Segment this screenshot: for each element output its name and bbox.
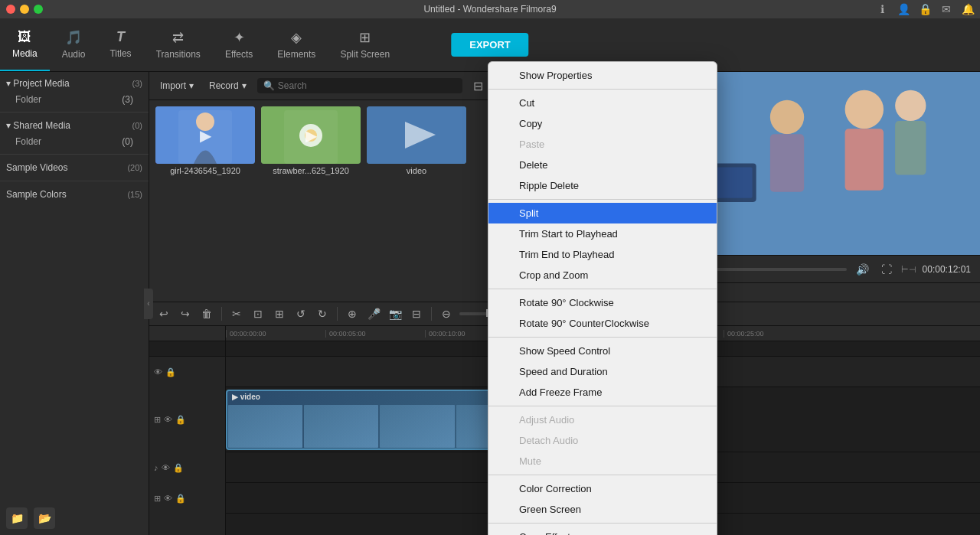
media-item-flower[interactable]: ▶ strawber...625_1920 [261,106,361,295]
ruler-label-spacer [149,326,225,341]
sidebar-collapse-button[interactable]: ‹ [144,289,153,319]
info-icon[interactable]: ℹ [876,3,888,15]
sidebar-divider-2 [0,154,149,155]
filmstrip-frame-2 [304,405,378,448]
sidebar-section-project-media: ▾ Project Media (3) Folder (3) [0,72,149,110]
tab-audio[interactable]: 🎵 Audio [50,18,98,71]
split-button[interactable]: ⊡ [250,305,266,322]
sidebar-sample-colors-label: Sample Colors [6,189,67,200]
menu-rotate-cw[interactable]: Rotate 90° Clockwise [488,292,717,313]
lock-icon[interactable]: 🔒 [919,3,931,15]
pip-button[interactable]: ⊟ [408,305,425,322]
track-icons-video-main: ⊞ 👁 🔒 [154,415,186,425]
transitions-tab-icon: ⇄ [172,29,184,46]
filter-button[interactable]: ⊟ [469,77,487,95]
person-icon[interactable]: 👤 [897,3,910,15]
marker-button[interactable]: ⊕ [344,305,361,322]
eye-icon-bottom[interactable]: 👁 [164,494,172,504]
menu-delete[interactable]: Delete [488,155,717,175]
maximize-button[interactable] [34,5,43,14]
menu-add-freeze[interactable]: Add Freeze Frame [488,382,717,403]
tab-transitions[interactable]: ⇄ Transitions [144,18,213,71]
menu-cut[interactable]: Cut [488,93,717,113]
ruler-mark-0: 00:00:00:00 [226,330,325,338]
menu-show-properties[interactable]: Show Properties [488,65,717,86]
redo2-button[interactable]: ↻ [314,305,331,322]
traffic-lights [6,5,43,14]
fullscreen-button[interactable]: ⛶ [878,262,895,277]
video-clip-title: ▶ video [232,393,260,401]
tab-effects[interactable]: ✦ Effects [213,18,265,71]
lock-icon-main[interactable]: 🔒 [175,415,186,425]
cut-button[interactable]: ✂ [228,305,245,322]
undo-button[interactable]: ↩ [155,305,172,322]
track-label-video-top: 👁 🔒 [149,357,226,387]
snapshot2-button[interactable]: 📷 [387,305,403,322]
menu-copy[interactable]: Copy [488,113,717,134]
eye-icon-audio[interactable]: 👁 [162,463,170,473]
menu-speed-duration[interactable]: Speed and Duration [488,361,717,382]
delete-clip-button[interactable]: 🗑 [198,305,215,322]
menu-ripple-delete-label: Ripple Delete [519,180,579,191]
track-label-audio: ♪ 👁 🔒 [149,452,226,483]
filmstrip-frame-3 [380,405,454,448]
sidebar-shared-media-folder[interactable]: Folder (0) [0,134,149,149]
tab-split-screen[interactable]: ⊞ Split Screen [328,18,402,71]
preview-timecode: ⊢⊣ 00:00:12:01 [901,264,971,275]
sidebar-import-button[interactable]: 📂 [34,507,55,529]
minimize-button[interactable] [20,5,29,14]
voiceover-button[interactable]: 🎤 [365,305,382,322]
mail-icon[interactable]: ✉ [940,3,952,15]
eye-icon[interactable]: 👁 [154,367,162,377]
sidebar-sample-videos-header[interactable]: Sample Videos (20) [0,159,149,176]
export-button[interactable]: EXPORT [451,33,528,57]
ruler-mark-25: 00:00:25:00 [724,330,823,338]
tab-elements[interactable]: ◈ Elements [265,18,328,71]
menu-trim-end[interactable]: Trim End to Playhead [488,244,717,265]
sidebar-shared-media-header[interactable]: ▾ Shared Media (0) [0,117,149,134]
menu-split[interactable]: Split [488,203,717,223]
sidebar-sample-colors-header[interactable]: Sample Colors (15) [0,186,149,203]
sidebar-project-folder-label: Folder [15,94,41,105]
redo-button[interactable]: ↪ [177,305,194,322]
title-bar: Untitled - Wondershare Filmora9 ℹ 👤 🔒 ✉ … [0,0,980,18]
menu-copy-effects[interactable]: Copy Effects [488,527,717,535]
eye-icon-main[interactable]: 👁 [164,415,172,425]
lock-icon-top[interactable]: 🔒 [165,367,176,377]
media-thumb-video [367,106,466,164]
lock-icon-audio[interactable]: 🔒 [173,463,184,473]
sidebar-project-media-label: ▾ Project Media [6,78,70,89]
sidebar-shared-folder-label: Folder [15,136,41,147]
menu-show-speed-control[interactable]: Show Speed Control [488,341,717,361]
tab-media[interactable]: 🖼 Media [0,18,50,71]
close-button[interactable] [6,5,15,14]
lock-icon-bottom[interactable]: 🔒 [175,494,186,504]
sidebar-project-media-header[interactable]: ▾ Project Media (3) [0,75,149,92]
media-item-girl[interactable]: ▶ girl-2436545_1920 [155,106,255,295]
crop-button[interactable]: ⊞ [271,305,288,322]
titles-tab-icon: T [116,29,125,45]
menu-rotate-ccw[interactable]: Rotate 90° CounterClockwise [488,313,717,334]
menu-ripple-delete[interactable]: Ripple Delete [488,175,717,196]
record-button[interactable]: Record ▾ [204,77,251,94]
tab-transitions-label: Transitions [156,49,201,60]
undo2-button[interactable]: ↺ [292,305,309,322]
menu-green-screen[interactable]: Green Screen [488,499,717,520]
zoom-out-tl[interactable]: ⊖ [438,305,455,322]
bell-icon[interactable]: 🔔 [962,3,974,15]
search-input[interactable] [278,80,456,91]
menu-trim-start[interactable]: Trim Start to Playhead [488,223,717,244]
volume-icon[interactable]: 🔊 [853,262,872,277]
sidebar-project-media-folder[interactable]: Folder (3) [0,92,149,107]
menu-crop-zoom[interactable]: Crop and Zoom [488,265,717,285]
tab-titles[interactable]: T Titles [97,18,143,71]
sidebar-section-sample-colors: Sample Colors (15) [0,183,149,206]
sidebar-new-folder-button[interactable]: 📁 [6,507,28,529]
menu-divider-5 [488,406,717,406]
sidebar-actions: 📁 📂 [0,501,149,535]
menu-color-correction[interactable]: Color Correction [488,478,717,499]
tab-audio-label: Audio [62,49,86,60]
play-icon-flower: ▶ [305,126,317,145]
media-item-video[interactable]: video [367,106,466,295]
import-button[interactable]: Import ▾ [155,77,198,94]
